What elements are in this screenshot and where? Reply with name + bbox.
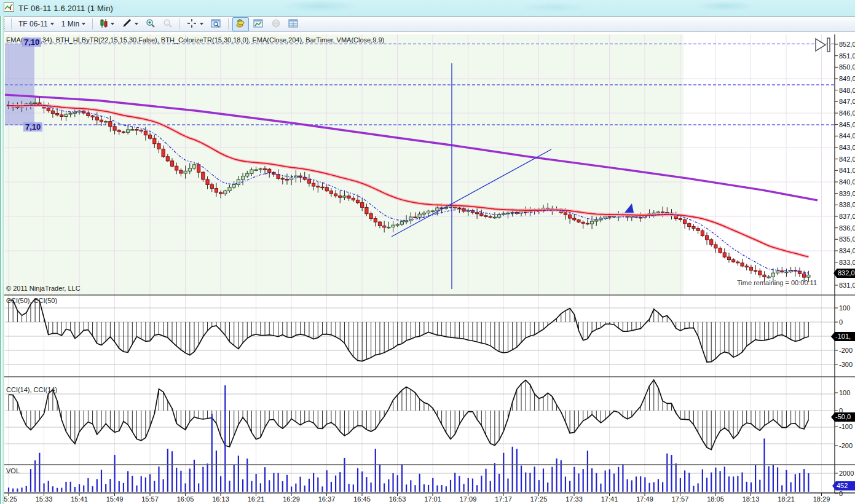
svg-text:842,0: 842,0: [839, 156, 855, 163]
svg-text:17:09: 17:09: [460, 495, 477, 503]
svg-text:-200: -200: [839, 442, 853, 449]
svg-text:844,0: 844,0: [839, 132, 855, 140]
cci14-panel-label: CCI(14), CCI(14): [6, 386, 57, 393]
svg-text:17:41: 17:41: [601, 495, 618, 503]
svg-text:843,0: 843,0: [839, 144, 855, 151]
svg-text:16:53: 16:53: [389, 495, 406, 503]
svg-text:-200: -200: [839, 347, 853, 354]
svg-text:100: 100: [839, 304, 850, 312]
volume-bars: [8, 385, 810, 492]
svg-text:852,0: 852,0: [839, 41, 855, 48]
svg-text:17:49: 17:49: [636, 495, 653, 503]
time-axis[interactable]: 15:2515:3315:4115:4915:5716:0516:1316:21…: [0, 493, 830, 503]
svg-text:840,0: 840,0: [839, 178, 855, 186]
svg-text:833,0: 833,0: [839, 259, 855, 266]
svg-text:17:17: 17:17: [495, 495, 512, 503]
svg-text:835,0: 835,0: [839, 235, 855, 243]
svg-text:831,0: 831,0: [839, 282, 855, 289]
svg-text:100: 100: [839, 389, 850, 396]
svg-text:2000: 2000: [839, 470, 854, 477]
svg-text:15:49: 15:49: [106, 495, 124, 503]
svg-text:838,0: 838,0: [839, 201, 855, 208]
hl-level-label-bottom: 7,10: [23, 122, 42, 132]
cci14-plot: [9, 380, 808, 450]
svg-text:845,0: 845,0: [839, 121, 855, 128]
svg-text:17:33: 17:33: [565, 495, 583, 503]
svg-text:16:05: 16:05: [177, 495, 194, 503]
cci50-value-badge: -101,: [831, 332, 855, 341]
chart-canvas[interactable]: 852,0851,0850,0849,0848,0847,0846,0845,0…: [0, 0, 855, 504]
cci50-panel-label: CCI(50), CCI(50): [6, 297, 57, 304]
svg-text:17:01: 17:01: [424, 495, 441, 503]
svg-text:0: 0: [839, 318, 843, 326]
copyright-label: © 2011 NinjaTrader, LLC: [6, 285, 81, 292]
cci50-plot-line: [9, 299, 808, 362]
svg-text:846,0: 846,0: [839, 109, 855, 117]
svg-text:15:41: 15:41: [71, 495, 88, 503]
svg-text:18:29: 18:29: [813, 495, 830, 503]
selection-region: [5, 44, 34, 125]
hl-level-label-top: 7,10: [22, 37, 41, 47]
svg-text:16:29: 16:29: [283, 495, 300, 503]
price-panel-indicator-label: EMA(Close,34), BTH_HLByTR(22,15,15,30,Fa…: [6, 36, 384, 44]
svg-text:0: 0: [839, 490, 843, 497]
bar-timer-label: Time remaining = 00:00:11: [737, 279, 817, 286]
svg-text:836,0: 836,0: [839, 224, 855, 232]
svg-text:16:21: 16:21: [248, 495, 265, 503]
vol-panel-label: VOL: [6, 467, 20, 474]
svg-text:17:25: 17:25: [530, 495, 548, 503]
svg-text:16:37: 16:37: [318, 495, 336, 503]
svg-text:849,0: 849,0: [839, 75, 855, 82]
cci14-plot-line: [9, 380, 808, 450]
svg-text:15:57: 15:57: [141, 495, 159, 503]
svg-text:850,0: 850,0: [839, 63, 855, 71]
svg-text:-300: -300: [839, 361, 853, 368]
svg-text:851,0: 851,0: [839, 52, 855, 60]
svg-text:16:45: 16:45: [353, 495, 371, 503]
window-edge-strip: [0, 16, 4, 504]
svg-text:15:33: 15:33: [36, 495, 53, 503]
svg-text:-100: -100: [839, 423, 853, 430]
svg-text:837,0: 837,0: [839, 213, 855, 220]
svg-text:847,0: 847,0: [839, 98, 855, 105]
cci14-value-badge: -50,0: [831, 412, 855, 422]
svg-text:18:13: 18:13: [743, 495, 760, 503]
svg-text:848,0: 848,0: [839, 87, 855, 94]
last-price-badge: 832,0: [833, 269, 855, 278]
svg-text:16:13: 16:13: [212, 495, 229, 503]
cci50-plot: [9, 299, 808, 362]
svg-text:17:57: 17:57: [672, 495, 689, 503]
svg-text:18:21: 18:21: [778, 495, 795, 503]
step-forward-icon: [816, 38, 830, 52]
svg-text:834,0: 834,0: [839, 247, 855, 254]
svg-text:841,0: 841,0: [839, 167, 855, 174]
svg-text:839,0: 839,0: [839, 190, 855, 197]
svg-text:18:05: 18:05: [707, 495, 724, 503]
volume-value-badge: 452: [832, 481, 855, 490]
